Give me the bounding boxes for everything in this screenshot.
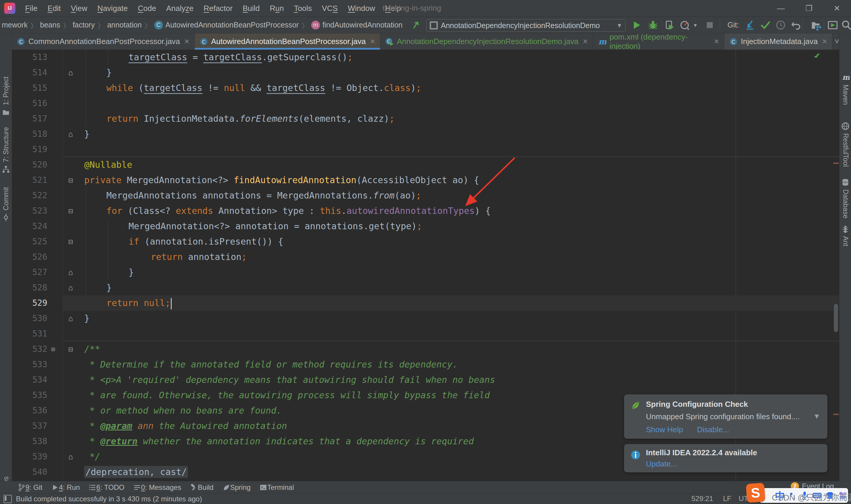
toolwindow-git-button[interactable]: 9: Git: [18, 483, 42, 491]
tab-autowiredannotationbeanpostpro[interactable]: CAutowiredAnnotationBeanPostProcessor.ja…: [195, 33, 381, 50]
spring-leaf-icon: [631, 400, 640, 410]
toolbar-separator: [802, 19, 803, 31]
menu-build[interactable]: Build: [238, 4, 265, 13]
clock-icon[interactable]: [775, 20, 786, 31]
commit-icon: [2, 213, 10, 221]
breadcrumb-item[interactable]: annotation: [107, 21, 142, 29]
toolwindow-messages-button[interactable]: 0: Messages: [133, 483, 181, 491]
tool-window-button-database[interactable]: Database: [839, 175, 851, 218]
menu-navigate[interactable]: Navigate: [92, 4, 133, 13]
notification-idea-update[interactable]: IntelliJ IDEA 2022.2.4 available Update.…: [624, 444, 827, 472]
breadcrumb-item[interactable]: mfindAutowiredAnnotation: [311, 21, 402, 30]
tab-annotationdependencyinjectionr[interactable]: CAnnotationDependencyInjectionResolution…: [380, 33, 593, 50]
menu-view[interactable]: View: [66, 4, 92, 13]
breadcrumb-item[interactable]: beans: [40, 21, 60, 29]
line-number: 517: [12, 111, 47, 126]
caret-position[interactable]: 529:21: [691, 493, 713, 504]
tool-window-button-ant[interactable]: Ant: [839, 222, 851, 246]
close-button[interactable]: ✕: [823, 0, 851, 17]
editor-scrollbar[interactable]: [834, 304, 838, 332]
search-icon[interactable]: [841, 20, 851, 31]
toolwindow-todo-button[interactable]: 6: TODO: [89, 483, 124, 491]
close-tab-icon[interactable]: ✕: [582, 38, 588, 46]
stop-gray-icon[interactable]: [704, 20, 715, 31]
tool-window-button-restfultool[interactable]: RestfulTool: [839, 119, 851, 167]
close-tab-icon[interactable]: ✕: [822, 38, 827, 46]
restore-button[interactable]: ❐: [795, 0, 823, 17]
menu-edit[interactable]: Edit: [42, 4, 66, 13]
git-update-icon[interactable]: [745, 20, 755, 31]
code-line-520: @Nullable: [62, 157, 132, 173]
breadcrumb-item[interactable]: CAutowiredAnnotationBeanPostProcessor: [154, 21, 299, 30]
menu-code[interactable]: Code: [133, 4, 161, 13]
error-stripe-mark[interactable]: [833, 162, 838, 164]
rollback-icon[interactable]: [791, 20, 801, 31]
minimize-button[interactable]: —: [767, 0, 795, 17]
menu-analyze[interactable]: Analyze: [161, 4, 199, 13]
run-anything-icon[interactable]: [827, 20, 838, 31]
line-number: 520: [12, 157, 47, 173]
run-configuration-select[interactable]: AnnotationDependencyInjectionResolutionD…: [427, 19, 626, 32]
line-number: 524: [12, 219, 47, 234]
toolwindow-terminal-button[interactable]: Terminal: [259, 483, 294, 491]
profiler-icon[interactable]: [680, 20, 690, 31]
menu-tools[interactable]: Tools: [289, 4, 317, 13]
toolwindow-build-button[interactable]: Build: [190, 483, 213, 491]
profiler-chevron-icon[interactable]: ▾: [694, 22, 697, 29]
tool-window-button-commit[interactable]: Commit: [0, 187, 12, 224]
close-tab-icon[interactable]: ✕: [714, 38, 719, 46]
play-green-icon[interactable]: [631, 20, 642, 31]
tab-pom[interactable]: mpom.xml (dependency-injection)✕: [593, 33, 724, 50]
tab-injectionmetadata[interactable]: CInjectionMetadata.java✕: [724, 33, 832, 50]
class-run-icon: C: [385, 37, 394, 46]
menu-file[interactable]: File: [20, 4, 42, 13]
breadcrumb-item[interactable]: mework: [2, 21, 28, 29]
run-config-app-icon: [430, 21, 438, 30]
maven-icon: m: [598, 37, 606, 46]
line-number: 539: [12, 449, 47, 464]
toolwindow-spring-button[interactable]: Spring: [222, 483, 251, 491]
proj-structure-icon[interactable]: [811, 20, 821, 31]
code-line-526: return annotation;: [62, 249, 247, 265]
render-doc-icon[interactable]: ≡: [51, 342, 60, 357]
svg-text:m: m: [598, 37, 606, 46]
chevron-down-icon[interactable]: ▼: [813, 412, 820, 420]
update-link[interactable]: Update...: [646, 460, 677, 468]
messages-icon: [133, 484, 141, 491]
close-tab-icon[interactable]: ✕: [184, 38, 189, 46]
sogou-input-logo[interactable]: S: [746, 483, 765, 503]
show-help-link[interactable]: Show Help: [646, 425, 683, 434]
close-tab-icon[interactable]: ✕: [370, 38, 375, 46]
tab-commonannotationbeanpostproces[interactable]: CCommonAnnotationBeanPostProcessor.java✕: [12, 33, 195, 50]
menu-run[interactable]: Run: [265, 4, 289, 13]
line-number: 528: [12, 280, 47, 295]
notification-spring-config[interactable]: Spring Configuration Check Unmapped Spri…: [624, 394, 827, 439]
code-line-527: }: [62, 265, 134, 280]
line-number: 537: [12, 418, 47, 434]
inspections-ok-icon[interactable]: ✓✓: [814, 50, 816, 60]
tool-window-button-project[interactable]: 1: Project: [0, 76, 12, 119]
disable-link[interactable]: Disable...: [697, 425, 729, 434]
ant-icon: [841, 225, 850, 233]
bug-icon[interactable]: [648, 20, 658, 31]
toolwindow-run-button[interactable]: 4: Run: [51, 483, 80, 491]
tool-window-button-structure[interactable]: 7: Structure: [0, 127, 12, 176]
check-green-icon[interactable]: [760, 20, 771, 31]
menu-window[interactable]: Window: [343, 4, 380, 13]
line-number: 514: [12, 65, 47, 80]
line-ending-indicator[interactable]: LF: [723, 493, 731, 504]
back-arrow-icon[interactable]: [411, 20, 421, 31]
breadcrumb-item[interactable]: factory: [73, 21, 95, 29]
status-message: Build completed successfully in 3 s 430 …: [16, 495, 202, 503]
menu-vcs[interactable]: VCS: [317, 4, 342, 13]
hidden-tabs-chevron-icon[interactable]: ˅: [835, 37, 839, 46]
error-stripe-mark[interactable]: [833, 414, 838, 415]
coverage-icon[interactable]: [664, 20, 675, 31]
menu-refactor[interactable]: Refactor: [199, 4, 238, 13]
line-number: 538: [12, 434, 47, 449]
svg-text:C: C: [731, 38, 735, 44]
tool-window-button-maven[interactable]: mMaven: [839, 70, 851, 105]
info-icon: [631, 450, 640, 460]
class-c-icon: C: [729, 37, 738, 46]
toolwindow-toggle-icon[interactable]: [3, 495, 12, 503]
